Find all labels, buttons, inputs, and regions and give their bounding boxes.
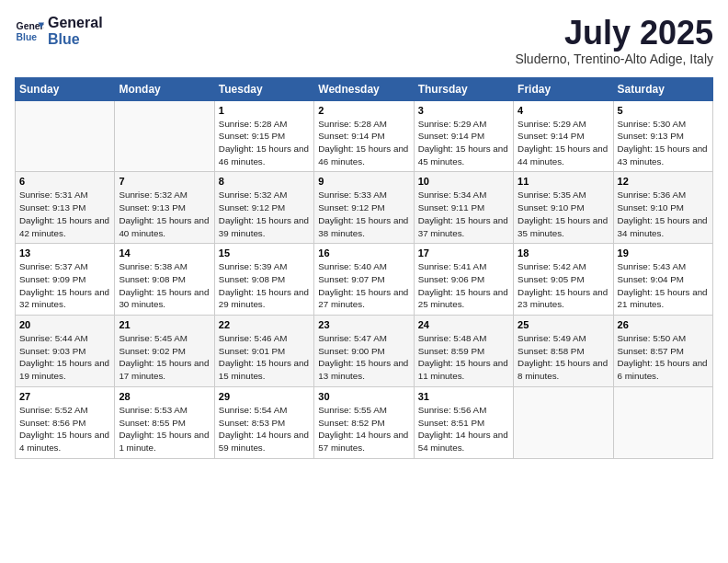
day-number: 30 xyxy=(318,391,409,402)
day-detail: Sunrise: 5:43 AM Sunset: 9:04 PM Dayligh… xyxy=(618,260,709,311)
day-cell xyxy=(613,386,712,458)
day-detail: Sunrise: 5:36 AM Sunset: 9:10 PM Dayligh… xyxy=(618,189,709,239)
col-header-tuesday: Tuesday xyxy=(214,77,313,100)
day-number: 10 xyxy=(418,176,509,187)
day-cell: 16Sunrise: 5:40 AM Sunset: 9:07 PM Dayli… xyxy=(314,244,414,316)
day-cell: 13Sunrise: 5:37 AM Sunset: 9:09 PM Dayli… xyxy=(16,244,115,316)
col-header-thursday: Thursday xyxy=(414,77,513,100)
day-cell: 3Sunrise: 5:29 AM Sunset: 9:14 PM Daylig… xyxy=(414,100,513,172)
logo-text-general: General xyxy=(48,15,103,31)
day-cell: 12Sunrise: 5:36 AM Sunset: 9:10 PM Dayli… xyxy=(613,172,712,244)
day-cell: 29Sunrise: 5:54 AM Sunset: 8:53 PM Dayli… xyxy=(214,386,313,458)
logo-text-blue: Blue xyxy=(48,31,103,48)
title-block: July 2025 Sluderno, Trentino-Alto Adige,… xyxy=(515,15,713,66)
week-row-4: 20Sunrise: 5:44 AM Sunset: 9:03 PM Dayli… xyxy=(16,316,713,387)
day-detail: Sunrise: 5:29 AM Sunset: 9:14 PM Dayligh… xyxy=(518,118,609,168)
day-detail: Sunrise: 5:42 AM Sunset: 9:05 PM Dayligh… xyxy=(518,260,609,311)
day-cell: 7Sunrise: 5:32 AM Sunset: 9:13 PM Daylig… xyxy=(115,172,214,244)
day-number: 14 xyxy=(119,247,210,259)
day-cell: 4Sunrise: 5:29 AM Sunset: 9:14 PM Daylig… xyxy=(514,100,613,172)
day-number: 16 xyxy=(318,247,409,259)
day-number: 21 xyxy=(119,319,210,330)
day-number: 12 xyxy=(618,176,709,187)
day-cell: 30Sunrise: 5:55 AM Sunset: 8:52 PM Dayli… xyxy=(314,386,414,458)
month-title: July 2025 xyxy=(515,15,713,52)
day-number: 9 xyxy=(318,176,409,187)
day-cell: 24Sunrise: 5:48 AM Sunset: 8:59 PM Dayli… xyxy=(414,316,513,387)
day-number: 24 xyxy=(418,319,509,330)
day-detail: Sunrise: 5:32 AM Sunset: 9:12 PM Dayligh… xyxy=(219,189,310,239)
day-detail: Sunrise: 5:55 AM Sunset: 8:52 PM Dayligh… xyxy=(318,404,409,454)
day-cell: 15Sunrise: 5:39 AM Sunset: 9:08 PM Dayli… xyxy=(214,244,313,316)
day-cell xyxy=(16,100,115,172)
day-cell: 10Sunrise: 5:34 AM Sunset: 9:11 PM Dayli… xyxy=(414,172,513,244)
day-cell: 23Sunrise: 5:47 AM Sunset: 9:00 PM Dayli… xyxy=(314,316,414,387)
calendar-body: 1Sunrise: 5:28 AM Sunset: 9:15 PM Daylig… xyxy=(16,100,713,458)
col-header-wednesday: Wednesday xyxy=(314,77,414,100)
day-number: 1 xyxy=(219,105,310,116)
day-detail: Sunrise: 5:38 AM Sunset: 9:08 PM Dayligh… xyxy=(119,260,210,311)
day-cell: 28Sunrise: 5:53 AM Sunset: 8:55 PM Dayli… xyxy=(115,386,214,458)
day-cell: 21Sunrise: 5:45 AM Sunset: 9:02 PM Dayli… xyxy=(115,316,214,387)
day-cell xyxy=(115,100,214,172)
day-detail: Sunrise: 5:28 AM Sunset: 9:14 PM Dayligh… xyxy=(318,118,409,168)
col-header-saturday: Saturday xyxy=(613,77,712,100)
logo: General Blue General Blue xyxy=(15,15,103,47)
day-cell: 2Sunrise: 5:28 AM Sunset: 9:14 PM Daylig… xyxy=(314,100,414,172)
day-detail: Sunrise: 5:52 AM Sunset: 8:56 PM Dayligh… xyxy=(19,404,110,454)
day-detail: Sunrise: 5:32 AM Sunset: 9:13 PM Dayligh… xyxy=(119,189,210,239)
day-detail: Sunrise: 5:40 AM Sunset: 9:07 PM Dayligh… xyxy=(318,260,409,311)
day-detail: Sunrise: 5:37 AM Sunset: 9:09 PM Dayligh… xyxy=(19,260,110,311)
day-cell: 26Sunrise: 5:50 AM Sunset: 8:57 PM Dayli… xyxy=(613,316,712,387)
day-number: 23 xyxy=(318,319,409,330)
day-number: 3 xyxy=(418,105,509,116)
day-cell: 5Sunrise: 5:30 AM Sunset: 9:13 PM Daylig… xyxy=(613,100,712,172)
day-detail: Sunrise: 5:28 AM Sunset: 9:15 PM Dayligh… xyxy=(219,118,310,168)
day-number: 4 xyxy=(518,105,609,116)
day-detail: Sunrise: 5:29 AM Sunset: 9:14 PM Dayligh… xyxy=(418,118,509,168)
day-number: 31 xyxy=(418,391,509,402)
day-detail: Sunrise: 5:47 AM Sunset: 9:00 PM Dayligh… xyxy=(318,332,409,383)
day-detail: Sunrise: 5:31 AM Sunset: 9:13 PM Dayligh… xyxy=(19,189,110,239)
day-number: 22 xyxy=(219,319,310,330)
day-number: 8 xyxy=(219,176,310,187)
day-number: 17 xyxy=(418,247,509,259)
day-number: 25 xyxy=(518,319,609,330)
day-detail: Sunrise: 5:46 AM Sunset: 9:01 PM Dayligh… xyxy=(219,332,310,383)
week-row-5: 27Sunrise: 5:52 AM Sunset: 8:56 PM Dayli… xyxy=(16,386,713,458)
day-detail: Sunrise: 5:48 AM Sunset: 8:59 PM Dayligh… xyxy=(418,332,509,383)
day-cell: 17Sunrise: 5:41 AM Sunset: 9:06 PM Dayli… xyxy=(414,244,513,316)
col-header-friday: Friday xyxy=(514,77,613,100)
day-number: 5 xyxy=(618,105,709,116)
day-detail: Sunrise: 5:35 AM Sunset: 9:10 PM Dayligh… xyxy=(518,189,609,239)
day-number: 27 xyxy=(19,391,110,402)
day-detail: Sunrise: 5:33 AM Sunset: 9:12 PM Dayligh… xyxy=(318,189,409,239)
day-detail: Sunrise: 5:41 AM Sunset: 9:06 PM Dayligh… xyxy=(418,260,509,311)
day-detail: Sunrise: 5:30 AM Sunset: 9:13 PM Dayligh… xyxy=(618,118,709,168)
day-number: 29 xyxy=(219,391,310,402)
day-number: 2 xyxy=(318,105,409,116)
day-cell: 14Sunrise: 5:38 AM Sunset: 9:08 PM Dayli… xyxy=(115,244,214,316)
day-cell: 8Sunrise: 5:32 AM Sunset: 9:12 PM Daylig… xyxy=(214,172,313,244)
day-number: 7 xyxy=(119,176,210,187)
day-number: 11 xyxy=(518,176,609,187)
day-cell: 25Sunrise: 5:49 AM Sunset: 8:58 PM Dayli… xyxy=(514,316,613,387)
day-number: 26 xyxy=(618,319,709,330)
day-number: 28 xyxy=(119,391,210,402)
day-cell xyxy=(514,386,613,458)
day-detail: Sunrise: 5:49 AM Sunset: 8:58 PM Dayligh… xyxy=(518,332,609,383)
location-subtitle: Sluderno, Trentino-Alto Adige, Italy xyxy=(515,52,713,66)
day-number: 15 xyxy=(219,247,310,259)
day-detail: Sunrise: 5:34 AM Sunset: 9:11 PM Dayligh… xyxy=(418,189,509,239)
day-cell: 19Sunrise: 5:43 AM Sunset: 9:04 PM Dayli… xyxy=(613,244,712,316)
day-number: 18 xyxy=(518,247,609,259)
day-cell: 9Sunrise: 5:33 AM Sunset: 9:12 PM Daylig… xyxy=(314,172,414,244)
week-row-2: 6Sunrise: 5:31 AM Sunset: 9:13 PM Daylig… xyxy=(16,172,713,244)
day-cell: 20Sunrise: 5:44 AM Sunset: 9:03 PM Dayli… xyxy=(16,316,115,387)
day-number: 20 xyxy=(19,319,110,330)
day-detail: Sunrise: 5:44 AM Sunset: 9:03 PM Dayligh… xyxy=(19,332,110,383)
day-cell: 27Sunrise: 5:52 AM Sunset: 8:56 PM Dayli… xyxy=(16,386,115,458)
calendar-header-row: SundayMondayTuesdayWednesdayThursdayFrid… xyxy=(16,77,713,100)
svg-text:Blue: Blue xyxy=(17,31,38,41)
calendar-table: SundayMondayTuesdayWednesdayThursdayFrid… xyxy=(15,77,713,459)
